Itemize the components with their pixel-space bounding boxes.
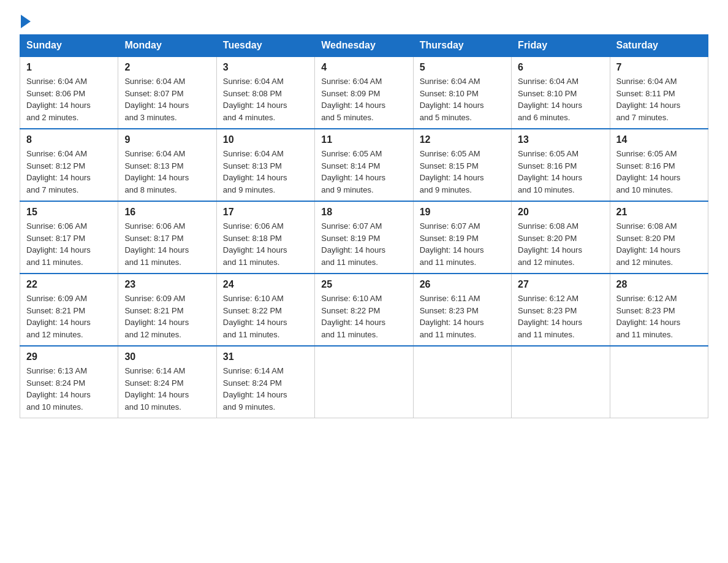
calendar-cell (315, 346, 413, 418)
day-number: 10 (223, 134, 308, 145)
day-number: 16 (124, 207, 210, 218)
day-number: 2 (124, 62, 210, 73)
page-header (20, 15, 708, 28)
calendar-header-row: SundayMondayTuesdayWednesdayThursdayFrid… (20, 35, 708, 57)
calendar-cell: 30 Sunrise: 6:14 AMSunset: 8:24 PMDaylig… (118, 346, 216, 418)
day-info: Sunrise: 6:04 AMSunset: 8:09 PMDaylight:… (321, 77, 385, 122)
calendar-week-row: 22 Sunrise: 6:09 AMSunset: 8:21 PMDaylig… (20, 274, 708, 346)
day-number: 1 (26, 62, 112, 73)
calendar-cell: 1 Sunrise: 6:04 AMSunset: 8:06 PMDayligh… (20, 56, 118, 129)
calendar-cell: 11 Sunrise: 6:05 AMSunset: 8:14 PMDaylig… (315, 129, 413, 201)
calendar-cell: 4 Sunrise: 6:04 AMSunset: 8:09 PMDayligh… (315, 56, 413, 129)
day-number: 12 (420, 134, 505, 145)
column-header-sunday: Sunday (20, 35, 118, 57)
day-info: Sunrise: 6:06 AMSunset: 8:18 PMDaylight:… (223, 221, 287, 267)
day-number: 15 (26, 207, 112, 218)
calendar-cell: 14 Sunrise: 6:05 AMSunset: 8:16 PMDaylig… (610, 129, 708, 201)
day-number: 30 (124, 351, 210, 362)
day-number: 20 (518, 207, 603, 218)
day-number: 21 (616, 207, 702, 218)
day-info: Sunrise: 6:14 AMSunset: 8:24 PMDaylight:… (223, 366, 287, 412)
day-info: Sunrise: 6:07 AMSunset: 8:19 PMDaylight:… (420, 221, 484, 267)
day-info: Sunrise: 6:11 AMSunset: 8:23 PMDaylight:… (420, 294, 484, 339)
day-info: Sunrise: 6:06 AMSunset: 8:17 PMDaylight:… (26, 221, 91, 267)
day-info: Sunrise: 6:05 AMSunset: 8:14 PMDaylight:… (321, 149, 385, 194)
day-number: 3 (223, 62, 308, 73)
day-number: 28 (616, 279, 702, 290)
day-number: 25 (321, 279, 406, 290)
column-header-tuesday: Tuesday (216, 35, 314, 57)
day-number: 17 (223, 207, 308, 218)
day-info: Sunrise: 6:10 AMSunset: 8:22 PMDaylight:… (223, 294, 287, 339)
calendar-cell: 29 Sunrise: 6:13 AMSunset: 8:24 PMDaylig… (20, 346, 118, 418)
day-number: 6 (518, 62, 603, 73)
calendar-cell: 17 Sunrise: 6:06 AMSunset: 8:18 PMDaylig… (216, 201, 314, 274)
calendar-cell: 16 Sunrise: 6:06 AMSunset: 8:17 PMDaylig… (118, 201, 216, 274)
day-info: Sunrise: 6:12 AMSunset: 8:23 PMDaylight:… (518, 294, 582, 339)
calendar-cell (413, 346, 511, 418)
day-number: 19 (420, 207, 505, 218)
day-number: 4 (321, 62, 406, 73)
calendar-week-row: 1 Sunrise: 6:04 AMSunset: 8:06 PMDayligh… (20, 56, 708, 129)
calendar-cell (610, 346, 708, 418)
day-number: 8 (26, 134, 112, 145)
calendar-cell: 12 Sunrise: 6:05 AMSunset: 8:15 PMDaylig… (413, 129, 511, 201)
day-info: Sunrise: 6:04 AMSunset: 8:10 PMDaylight:… (420, 77, 484, 122)
day-number: 31 (223, 351, 308, 362)
day-info: Sunrise: 6:04 AMSunset: 8:06 PMDaylight:… (26, 77, 91, 122)
calendar-cell: 7 Sunrise: 6:04 AMSunset: 8:11 PMDayligh… (610, 56, 708, 129)
column-header-wednesday: Wednesday (315, 35, 413, 57)
day-info: Sunrise: 6:04 AMSunset: 8:07 PMDaylight:… (124, 77, 189, 122)
day-info: Sunrise: 6:14 AMSunset: 8:24 PMDaylight:… (124, 366, 189, 412)
day-number: 18 (321, 207, 406, 218)
calendar-cell: 31 Sunrise: 6:14 AMSunset: 8:24 PMDaylig… (216, 346, 314, 418)
day-info: Sunrise: 6:04 AMSunset: 8:13 PMDaylight:… (223, 149, 287, 194)
calendar-cell: 5 Sunrise: 6:04 AMSunset: 8:10 PMDayligh… (413, 56, 511, 129)
calendar-cell: 27 Sunrise: 6:12 AMSunset: 8:23 PMDaylig… (512, 274, 610, 346)
day-info: Sunrise: 6:09 AMSunset: 8:21 PMDaylight:… (124, 294, 189, 339)
day-number: 29 (26, 351, 112, 362)
column-header-saturday: Saturday (610, 35, 708, 57)
calendar-table: SundayMondayTuesdayWednesdayThursdayFrid… (20, 34, 708, 418)
calendar-week-row: 8 Sunrise: 6:04 AMSunset: 8:12 PMDayligh… (20, 129, 708, 201)
calendar-cell: 13 Sunrise: 6:05 AMSunset: 8:16 PMDaylig… (512, 129, 610, 201)
calendar-cell: 15 Sunrise: 6:06 AMSunset: 8:17 PMDaylig… (20, 201, 118, 274)
day-number: 23 (124, 279, 210, 290)
calendar-cell: 8 Sunrise: 6:04 AMSunset: 8:12 PMDayligh… (20, 129, 118, 201)
calendar-cell: 21 Sunrise: 6:08 AMSunset: 8:20 PMDaylig… (610, 201, 708, 274)
logo (20, 15, 31, 28)
day-number: 9 (124, 134, 210, 145)
calendar-cell: 2 Sunrise: 6:04 AMSunset: 8:07 PMDayligh… (118, 56, 216, 129)
day-info: Sunrise: 6:09 AMSunset: 8:21 PMDaylight:… (26, 294, 91, 339)
column-header-thursday: Thursday (413, 35, 511, 57)
calendar-cell: 23 Sunrise: 6:09 AMSunset: 8:21 PMDaylig… (118, 274, 216, 346)
day-number: 24 (223, 279, 308, 290)
day-info: Sunrise: 6:05 AMSunset: 8:16 PMDaylight:… (616, 149, 681, 194)
day-info: Sunrise: 6:04 AMSunset: 8:12 PMDaylight:… (26, 149, 91, 194)
day-info: Sunrise: 6:05 AMSunset: 8:16 PMDaylight:… (518, 149, 582, 194)
column-header-friday: Friday (512, 35, 610, 57)
calendar-cell (512, 346, 610, 418)
calendar-week-row: 15 Sunrise: 6:06 AMSunset: 8:17 PMDaylig… (20, 201, 708, 274)
day-info: Sunrise: 6:07 AMSunset: 8:19 PMDaylight:… (321, 221, 385, 267)
calendar-cell: 25 Sunrise: 6:10 AMSunset: 8:22 PMDaylig… (315, 274, 413, 346)
day-number: 13 (518, 134, 603, 145)
day-number: 7 (616, 62, 702, 73)
day-info: Sunrise: 6:13 AMSunset: 8:24 PMDaylight:… (26, 366, 91, 412)
day-number: 14 (616, 134, 702, 145)
day-number: 5 (420, 62, 505, 73)
day-info: Sunrise: 6:05 AMSunset: 8:15 PMDaylight:… (420, 149, 484, 194)
calendar-cell: 10 Sunrise: 6:04 AMSunset: 8:13 PMDaylig… (216, 129, 314, 201)
day-info: Sunrise: 6:10 AMSunset: 8:22 PMDaylight:… (321, 294, 385, 339)
calendar-cell: 24 Sunrise: 6:10 AMSunset: 8:22 PMDaylig… (216, 274, 314, 346)
day-number: 27 (518, 279, 603, 290)
day-info: Sunrise: 6:12 AMSunset: 8:23 PMDaylight:… (616, 294, 681, 339)
day-number: 11 (321, 134, 406, 145)
calendar-cell: 19 Sunrise: 6:07 AMSunset: 8:19 PMDaylig… (413, 201, 511, 274)
calendar-cell: 26 Sunrise: 6:11 AMSunset: 8:23 PMDaylig… (413, 274, 511, 346)
day-info: Sunrise: 6:04 AMSunset: 8:10 PMDaylight:… (518, 77, 582, 122)
logo-triangle-icon (21, 15, 31, 28)
day-info: Sunrise: 6:08 AMSunset: 8:20 PMDaylight:… (518, 221, 582, 267)
day-info: Sunrise: 6:04 AMSunset: 8:08 PMDaylight:… (223, 77, 287, 122)
calendar-cell: 20 Sunrise: 6:08 AMSunset: 8:20 PMDaylig… (512, 201, 610, 274)
